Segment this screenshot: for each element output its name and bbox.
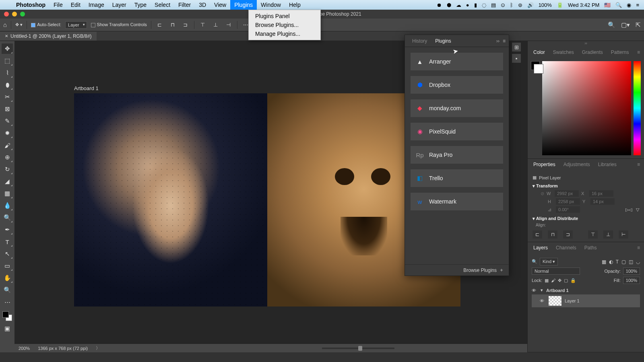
layer-thumb[interactable] (549, 296, 561, 306)
dropdown-item[interactable]: Manage Plugins... (249, 29, 320, 38)
flag-tray-icon[interactable]: 🇺🇸 (604, 2, 611, 8)
crop-tool[interactable]: ✂ (2, 92, 13, 102)
filter-toggle-icon[interactable]: ◡ (636, 259, 640, 265)
tab-libraries[interactable]: Libraries (594, 159, 621, 170)
search-icon[interactable]: 🔍 (608, 21, 615, 29)
panel-tab-plugins[interactable]: Plugins (431, 36, 455, 46)
browse-plugins-link[interactable]: Browse Plugins ＋ (405, 264, 509, 276)
path-tool[interactable]: ↖ (2, 249, 13, 259)
doc-dimensions[interactable]: 1366 px x 768 px (72 ppi) (38, 346, 88, 351)
tray-icon[interactable]: ▤ (491, 2, 496, 8)
menu-select[interactable]: Select (151, 0, 174, 10)
pen-tool[interactable]: ✒ (2, 224, 13, 235)
window-close-button[interactable] (4, 12, 9, 16)
x-input[interactable]: 16 px (589, 190, 613, 197)
blend-mode-select[interactable]: Normal (532, 267, 580, 275)
show-transform-checkbox[interactable]: Show Transform Controls (91, 22, 147, 27)
shape-tool[interactable]: ▭ (2, 261, 13, 271)
zoom-tool[interactable]: 🔍 (2, 285, 13, 295)
filter-shape-icon[interactable]: ▢ (621, 259, 626, 265)
visibility-icon[interactable]: 👁 (540, 298, 545, 303)
gradient-tool[interactable]: ▦ (2, 188, 13, 199)
cloud-tray-icon[interactable]: ☁ (456, 2, 461, 8)
align-section-toggle[interactable]: ▾ Align and Distribute (533, 216, 639, 221)
lock-pixels-icon[interactable]: 🖌 (551, 278, 555, 283)
bluetooth-tray-icon[interactable]: ᛒ (510, 2, 513, 8)
link-wh-icon[interactable]: ⊘ (541, 191, 544, 196)
menu-filter[interactable]: Filter (174, 0, 195, 10)
lock-transparent-icon[interactable]: ▦ (545, 278, 549, 283)
fg-bg-swatch[interactable] (531, 61, 540, 70)
view-mode-icon[interactable]: ▢▾ (621, 21, 630, 29)
panel-menu-icon[interactable]: ≡ (635, 245, 642, 251)
flip-h-icon[interactable]: ▷◁ (625, 207, 632, 212)
dropdown-item[interactable]: Browse Plugins... (249, 21, 320, 29)
tray-icon[interactable]: ▮ (474, 2, 477, 8)
wifi-tray-icon[interactable]: ⊚ (518, 2, 522, 8)
selection-tool[interactable]: ⬮ (2, 80, 13, 90)
hand-tool[interactable]: ✋ (2, 273, 13, 283)
lasso-tool[interactable]: ⌇ (2, 68, 13, 78)
window-zoom-button[interactable] (20, 12, 25, 16)
home-button[interactable]: ⌂ (3, 21, 7, 28)
menu-plugins[interactable]: Plugins (230, 0, 257, 10)
menu-image[interactable]: Image (85, 0, 108, 10)
plugin-item[interactable]: wWatermark (411, 193, 503, 210)
control-center-icon[interactable]: ≡ (636, 2, 639, 8)
collapse-icon[interactable]: ›› (496, 38, 500, 44)
lock-nested-icon[interactable]: ▢ (564, 278, 568, 283)
type-tool[interactable]: T (2, 237, 13, 247)
marquee-tool[interactable]: ⬚ (2, 56, 13, 66)
lock-all-icon[interactable]: 🔒 (570, 278, 576, 283)
menu-edit[interactable]: Edit (67, 0, 85, 10)
healing-tool[interactable]: ✹ (2, 128, 13, 138)
auto-select-checkbox[interactable]: Auto-Select: (31, 22, 61, 27)
dropbox-tray-icon[interactable]: ⬢ (447, 2, 451, 8)
align-top-icon[interactable]: ⊤ (198, 21, 207, 29)
tab-properties[interactable]: Properties (529, 159, 559, 170)
plugin-item[interactable]: ▲Arranger (411, 53, 503, 70)
align-center-h-icon[interactable]: ⊓ (168, 21, 177, 29)
color-field[interactable] (542, 61, 631, 155)
panel-menu-icon[interactable]: ≡ (635, 49, 642, 55)
menu-window[interactable]: Window (257, 0, 285, 10)
more-tools[interactable]: ⋯ (2, 297, 13, 307)
dock-icon[interactable]: ▪ (512, 54, 521, 63)
tab-layers[interactable]: Layers (529, 243, 552, 253)
plugin-item[interactable]: ⬢Dropbox (411, 76, 503, 94)
collapse-panels-icon[interactable]: ›› (528, 41, 644, 47)
fill-input[interactable]: 100% (623, 277, 640, 284)
panel-menu-icon[interactable]: ≡ (635, 162, 642, 167)
align-bottom-button[interactable]: ⊢ (619, 230, 628, 239)
color-swatches[interactable] (2, 311, 13, 322)
tray-icon[interactable]: ● (466, 2, 469, 8)
align-left-button[interactable]: ⊏ (533, 230, 542, 239)
artboard[interactable] (74, 93, 460, 306)
lock-position-icon[interactable]: ✥ (558, 278, 561, 283)
status-slider[interactable] (322, 348, 394, 349)
frame-tool[interactable]: ⊠ (2, 104, 13, 114)
plugin-item[interactable]: ◆monday.com (411, 99, 503, 117)
tab-swatches[interactable]: Swatches (549, 47, 578, 58)
tab-paths[interactable]: Paths (580, 243, 601, 253)
transform-section-toggle[interactable]: ▾ Transform (533, 183, 639, 189)
app-name[interactable]: Photoshop (12, 2, 50, 8)
tab-patterns[interactable]: Patterns (607, 47, 633, 58)
visibility-icon[interactable]: 👁 (532, 288, 537, 293)
plugin-item[interactable]: ◧Trello (411, 169, 503, 187)
close-tab-icon[interactable]: ✕ (5, 34, 8, 38)
document-tab[interactable]: ✕ Untitled-1 @ 200% (Layer 1, RGB/8#) (0, 32, 97, 41)
volume-tray-icon[interactable]: 🔊 (527, 2, 534, 8)
filter-smart-icon[interactable]: ◫ (629, 259, 633, 265)
tray-icon[interactable]: ⏺ (437, 2, 442, 8)
eraser-tool[interactable]: ◢ (2, 176, 13, 187)
menu-view[interactable]: View (210, 0, 230, 10)
dock-icon[interactable]: ⊞ (512, 43, 521, 51)
flip-v-icon[interactable]: ▽ (636, 207, 639, 212)
tab-gradients[interactable]: Gradients (578, 47, 607, 58)
filter-type-icon[interactable]: T (616, 259, 619, 265)
menu-3d[interactable]: 3D (195, 0, 210, 10)
align-right-icon[interactable]: ⊐ (181, 21, 190, 29)
menu-type[interactable]: Type (130, 0, 151, 10)
workspace-icon[interactable]: ⇱ (636, 21, 641, 29)
